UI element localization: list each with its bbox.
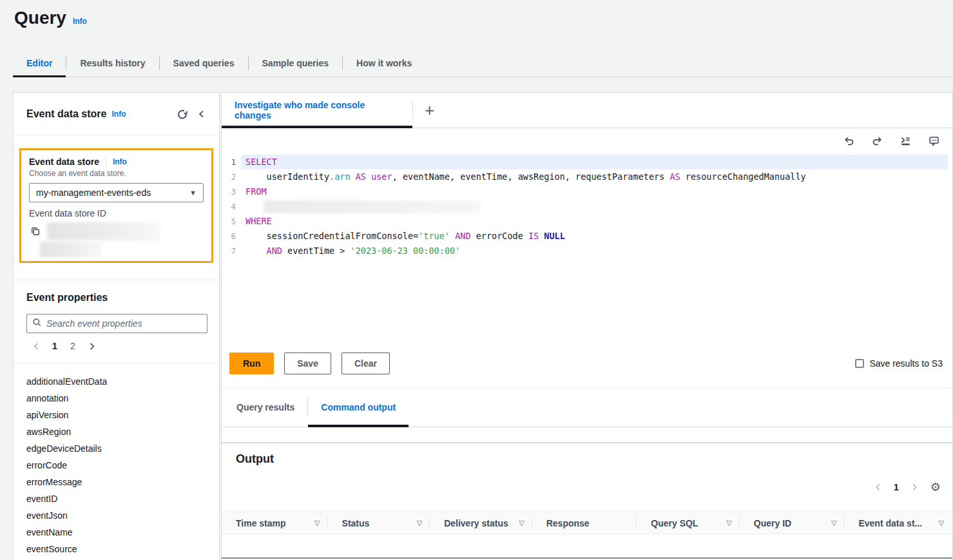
comment-icon: [929, 135, 939, 146]
column-header-query-id[interactable]: Query ID▽: [740, 512, 845, 534]
code-line-4[interactable]: 4: [222, 199, 952, 214]
sql-token: .arn: [329, 171, 351, 182]
code-line-2[interactable]: 2 userIdentity.arn AS user, eventName, e…: [222, 169, 952, 184]
collapse-panel-button[interactable]: [192, 104, 211, 124]
new-query-tab-button[interactable]: +: [421, 102, 438, 119]
filter-icon[interactable]: ▽: [417, 519, 422, 527]
sql-token: eventTime >: [282, 246, 351, 256]
query-editor-card: Investigate who made console changes + 1…: [221, 92, 953, 443]
property-item-annotation[interactable]: annotation: [14, 390, 218, 407]
tab-query-results[interactable]: Query results: [224, 388, 307, 427]
output-next-button[interactable]: [905, 479, 924, 496]
pagination-prev-button[interactable]: [26, 338, 46, 354]
column-header-response[interactable]: Response: [532, 512, 637, 534]
search-icon: [32, 318, 42, 330]
property-item-errormessage[interactable]: errorMessage: [14, 474, 218, 490]
column-header-status[interactable]: Status▽: [328, 512, 430, 534]
filter-icon[interactable]: ▽: [939, 519, 944, 527]
filter-icon[interactable]: ▽: [831, 519, 836, 527]
filter-icon[interactable]: ▽: [519, 519, 524, 527]
column-header-query-sql[interactable]: Query SQL▽: [637, 512, 740, 534]
pagination-page-1[interactable]: 1: [46, 341, 64, 351]
refresh-button[interactable]: [173, 104, 192, 124]
event-data-store-select[interactable]: my-management-events-eds ▼: [29, 183, 204, 202]
page-header: Query Info: [14, 8, 87, 28]
table-preferences-button[interactable]: ⚙: [930, 481, 941, 493]
results-tab-bar: Query resultsCommand output: [222, 388, 952, 427]
column-label: Query SQL: [651, 518, 698, 528]
column-label: Response: [546, 518, 590, 528]
redo-button[interactable]: [867, 131, 887, 150]
sql-editor[interactable]: 1SELECT2 userIdentity.arn AS user, event…: [222, 155, 952, 258]
property-item-additionaleventdata[interactable]: additionalEventData: [14, 373, 218, 390]
sql-token: [366, 171, 371, 182]
clear-button[interactable]: Clear: [342, 352, 390, 374]
sql-token: [245, 246, 267, 256]
pagination-next-button[interactable]: [82, 338, 101, 354]
code-line-1[interactable]: 1SELECT: [222, 155, 952, 169]
sidebar-header: Event data store Info: [14, 93, 219, 135]
sidebar-info-link[interactable]: Info: [111, 110, 126, 119]
property-item-edgedevicedetails[interactable]: edgeDeviceDetails: [14, 440, 218, 457]
property-item-awsregion[interactable]: awsRegion: [14, 423, 218, 440]
column-label: Status: [342, 518, 370, 528]
run-button[interactable]: Run: [229, 352, 274, 374]
tab-sample-queries[interactable]: Sample queries: [249, 50, 343, 77]
code-line-7[interactable]: 7 AND eventTime > '2023-06-23 00:00:00': [222, 244, 952, 258]
tab-how-it-works[interactable]: How it works: [343, 50, 425, 77]
undo-button[interactable]: [839, 131, 858, 150]
page-info-link[interactable]: Info: [73, 17, 87, 26]
filter-icon[interactable]: ▽: [314, 519, 320, 527]
query-tab-bar: Investigate who made console changes +: [222, 93, 952, 128]
code-line-5[interactable]: 5WHERE: [222, 214, 952, 229]
code-line-6[interactable]: 6 sessionCredentialFromConsole='true' AN…: [222, 229, 952, 244]
feedback-button[interactable]: [924, 131, 943, 150]
line-number: 1: [222, 155, 241, 169]
sql-token: userIdentity: [245, 171, 329, 182]
event-properties-title: Event properties: [26, 292, 108, 304]
property-item-apiversion[interactable]: apiVersion: [14, 407, 218, 423]
property-item-eventsource[interactable]: eventSource: [14, 541, 218, 557]
save-results-s3-option: Save results to S3: [855, 358, 943, 369]
property-item-eventjson[interactable]: eventJson: [14, 507, 218, 524]
event-data-store-id-row: [29, 222, 204, 240]
code-text: sessionCredentialFromConsole='true' AND …: [241, 229, 948, 244]
format-code-button[interactable]: [896, 131, 915, 150]
tab-results-history[interactable]: Results history: [66, 50, 159, 77]
sql-token: IS: [528, 231, 539, 241]
caret-down-icon: ▼: [189, 189, 197, 197]
save-results-s3-checkbox[interactable]: [855, 359, 864, 368]
save-button[interactable]: Save: [284, 352, 331, 374]
save-results-s3-label: Save results to S3: [869, 358, 943, 369]
copy-id-button[interactable]: [29, 225, 42, 238]
editor-actions: Run Save Clear Save results to S3: [222, 345, 952, 381]
event-data-store-label: Event data store: [29, 157, 99, 167]
output-page-number: 1: [888, 482, 905, 492]
callout-info-link[interactable]: Info: [113, 157, 127, 166]
column-header-event-data-st[interactable]: Event data st...▽: [844, 512, 952, 534]
property-item-errorcode[interactable]: errorCode: [14, 457, 218, 474]
line-number: 5: [222, 214, 241, 229]
tab-command-output[interactable]: Command output: [308, 388, 409, 427]
column-label: Query ID: [754, 518, 791, 528]
tab-editor[interactable]: Editor: [13, 50, 66, 77]
section-divider: [14, 280, 219, 280]
sql-token: AS: [669, 171, 680, 182]
code-text: WHERE: [241, 214, 948, 229]
query-tab-investigate[interactable]: Investigate who made console changes: [222, 93, 412, 128]
filter-icon[interactable]: ▽: [726, 519, 731, 527]
code-text: SELECT: [241, 155, 948, 169]
table-bottom-edge: [222, 557, 952, 559]
gear-icon: ⚙: [930, 481, 941, 494]
sql-token: FROM: [245, 186, 267, 197]
property-item-eventid[interactable]: eventID: [14, 490, 218, 507]
code-line-3[interactable]: 3FROM: [222, 184, 952, 199]
tab-saved-queries[interactable]: Saved queries: [160, 50, 248, 77]
column-header-delivery-status[interactable]: Delivery status▽: [430, 512, 532, 534]
output-prev-button[interactable]: [869, 479, 888, 496]
search-input[interactable]: [46, 318, 202, 329]
pagination-page-2[interactable]: 2: [64, 341, 82, 351]
sql-token: SELECT: [245, 157, 277, 167]
property-item-eventname[interactable]: eventName: [14, 524, 218, 541]
column-header-time-stamp[interactable]: Time stamp▽: [222, 512, 328, 534]
